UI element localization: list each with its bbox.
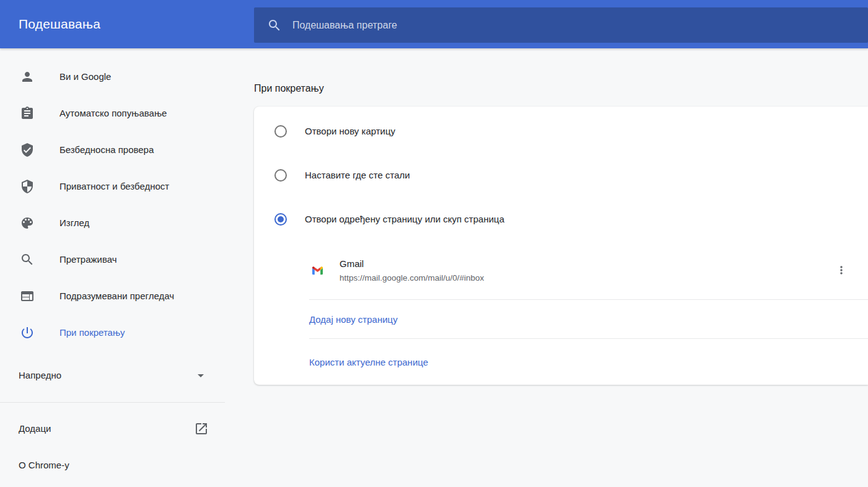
use-current-pages-label: Користи актуелне странице	[309, 357, 428, 367]
sidebar-item-label: Безбедносна провера	[59, 144, 154, 155]
startup-page-row: Gmail https://mail.google.com/mail/u/0/#…	[254, 241, 868, 299]
sidebar-item-about-chrome[interactable]: О Chrome-у	[0, 447, 225, 483]
sidebar-item-label: Аутоматско попуњавање	[59, 108, 167, 118]
sidebar-item-you-and-google[interactable]: Ви и Google	[0, 58, 225, 95]
option-label: Отвори одређену страницу или скуп страни…	[305, 214, 504, 224]
option-label: Отвори нову картицу	[305, 126, 395, 136]
radio-button[interactable]	[274, 169, 287, 182]
sidebar-item-safety-check[interactable]: Безбедносна провера	[0, 131, 225, 168]
sidebar-item-privacy-security[interactable]: Приватност и безбедност	[0, 168, 225, 204]
shield-check-icon	[20, 143, 35, 157]
option-open-specific-pages[interactable]: Отвори одређену страницу или скуп страни…	[254, 197, 868, 241]
section-title: При покретању	[254, 83, 868, 94]
sidebar-item-label: Подразумевани прегледач	[59, 291, 174, 301]
main-content: При покретању Отвори нову картицу Настав…	[225, 48, 868, 487]
use-current-pages-button[interactable]: Користи актуелне странице	[254, 339, 868, 385]
add-new-page-button[interactable]: Додај нову страницу	[254, 300, 868, 338]
radio-button-selected[interactable]	[274, 213, 287, 226]
person-icon	[20, 69, 35, 84]
shield-half-icon	[20, 179, 35, 194]
sidebar-item-label: При покретању	[59, 327, 125, 338]
radio-button[interactable]	[274, 125, 287, 138]
option-open-new-tab[interactable]: Отвори нову картицу	[254, 109, 868, 153]
sidebar-item-label: Изглед	[59, 217, 89, 228]
settings-search-bar[interactable]	[254, 7, 868, 43]
sidebar: Ви и Google Аутоматско попуњавање Безбед…	[0, 48, 225, 487]
sidebar-item-label: Приватност и безбедност	[59, 181, 169, 191]
search-icon	[20, 252, 35, 267]
sidebar-item-search-engine[interactable]: Претраживач	[0, 241, 225, 278]
gmail-icon	[312, 266, 323, 275]
startup-page-info: Gmail https://mail.google.com/mail/u/0/#…	[340, 258, 484, 283]
on-startup-card: Отвори нову картицу Наставите где сте ст…	[254, 107, 868, 385]
search-icon	[267, 18, 282, 33]
page-title: Подешавања	[19, 17, 100, 32]
sidebar-advanced-toggle[interactable]: Напредно	[0, 357, 225, 393]
option-label: Наставите где сте стали	[305, 170, 410, 180]
advanced-label: Напредно	[19, 370, 61, 380]
palette-icon	[20, 216, 35, 230]
content-area: Ви и Google Аутоматско попуњавање Безбед…	[0, 48, 868, 487]
about-chrome-label: О Chrome-у	[19, 460, 69, 470]
extensions-label: Додаци	[19, 423, 51, 434]
sidebar-divider	[0, 402, 225, 403]
external-link-icon	[194, 421, 209, 436]
more-vert-icon	[835, 264, 848, 276]
search-input[interactable]	[292, 20, 856, 31]
sidebar-item-appearance[interactable]: Изглед	[0, 204, 225, 241]
startup-page-name: Gmail	[340, 258, 484, 269]
sidebar-item-label: Ви и Google	[59, 71, 111, 82]
chevron-down-icon	[193, 368, 208, 383]
add-new-page-label: Додај нову страницу	[309, 314, 398, 325]
sidebar-item-autofill[interactable]: Аутоматско попуњавање	[0, 95, 225, 131]
sidebar-item-label: Претраживач	[59, 254, 117, 265]
option-continue-where-left-off[interactable]: Наставите где сте стали	[254, 153, 868, 197]
browser-window-icon	[20, 289, 35, 304]
sidebar-item-extensions[interactable]: Додаци	[0, 410, 225, 447]
sidebar-item-on-startup[interactable]: При покретању	[0, 314, 225, 351]
settings-header: Подешавања	[0, 0, 868, 48]
clipboard-icon	[20, 106, 35, 121]
startup-page-url: https://mail.google.com/mail/u/0/#inbox	[340, 273, 484, 283]
sidebar-item-default-browser[interactable]: Подразумевани прегледач	[0, 278, 225, 314]
more-actions-button[interactable]	[830, 259, 853, 281]
power-icon	[20, 325, 35, 340]
